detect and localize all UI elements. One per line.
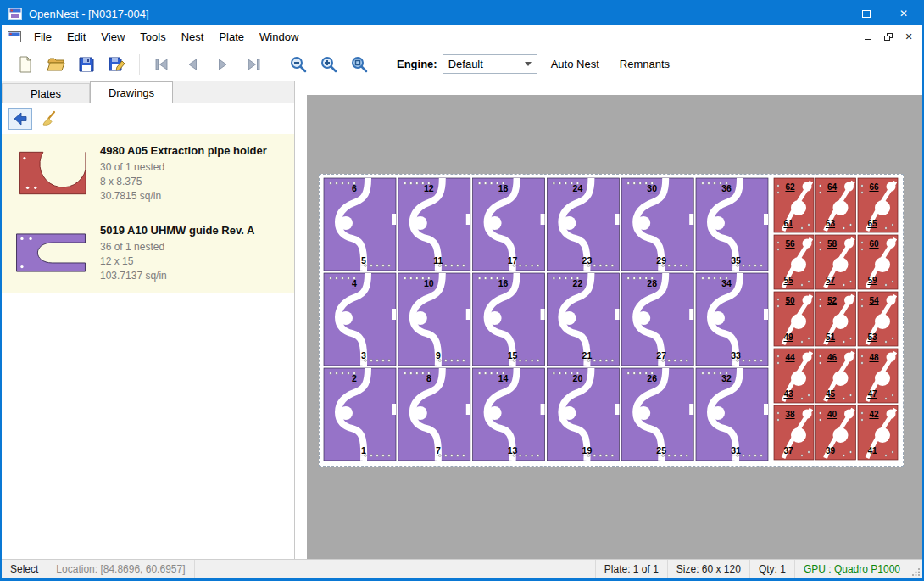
red-part-pair[interactable]: 4039 — [816, 405, 856, 460]
minimize-button[interactable] — [810, 2, 848, 25]
part-number: 56 — [785, 239, 795, 249]
purple-part-pair[interactable]: 1615 — [473, 273, 545, 366]
menu-tools[interactable]: Tools — [132, 27, 173, 47]
purple-part-pair[interactable]: 2019 — [547, 368, 619, 461]
red-part-pair[interactable]: 6059 — [858, 235, 898, 289]
save-as-button[interactable] — [102, 51, 132, 78]
drawing-size: 12 x 15 — [100, 254, 287, 269]
part-number: 61 — [783, 219, 793, 228]
red-part-pair[interactable]: 6665 — [858, 178, 898, 232]
remnants-button[interactable]: Remnants — [613, 53, 676, 75]
red-part-pair[interactable]: 5655 — [774, 235, 814, 289]
previous-plate-button[interactable] — [177, 51, 208, 78]
purple-part-pair[interactable]: 2625 — [621, 368, 693, 461]
purple-part-pair[interactable]: 21 — [324, 368, 396, 461]
new-button[interactable] — [10, 51, 41, 78]
part-number: 21 — [582, 350, 593, 360]
part-number: 47 — [867, 389, 877, 399]
purple-part-pair[interactable]: 2221 — [547, 273, 619, 366]
purple-part-pair[interactable]: 87 — [398, 368, 470, 461]
red-part-pair[interactable]: 6463 — [816, 178, 856, 232]
tab-plates[interactable]: Plates — [2, 83, 90, 103]
red-part-pair[interactable]: 5857 — [816, 235, 856, 289]
engine-dropdown[interactable]: Default — [443, 54, 537, 74]
last-plate-button[interactable] — [238, 51, 269, 78]
first-plate-button[interactable] — [147, 51, 177, 78]
part-number: 30 — [647, 183, 657, 193]
red-part-pair[interactable]: 5453 — [858, 292, 898, 346]
purple-part-pair[interactable]: 2423 — [547, 178, 619, 271]
mdi-restore-icon — [884, 33, 893, 41]
red-part-pair[interactable]: 3837 — [774, 405, 814, 460]
save-as-icon — [108, 55, 126, 74]
toolbar-separator — [276, 54, 276, 75]
purple-part-pair[interactable]: 3231 — [696, 368, 768, 461]
purple-part-pair[interactable]: 43 — [324, 273, 396, 366]
panel-splitter[interactable] — [295, 81, 307, 559]
red-part-pair[interactable]: 5251 — [816, 292, 856, 346]
part-number: 40 — [827, 410, 838, 419]
part-number: 13 — [508, 445, 518, 455]
part-number: 43 — [783, 389, 793, 399]
app-window: OpenNest - [N0317-004] ✕ File Edit View … — [0, 0, 924, 581]
return-part-button[interactable] — [8, 108, 32, 130]
zoom-out-button[interactable] — [283, 51, 314, 78]
purple-part-pair[interactable]: 65 — [324, 178, 396, 271]
part-number: 37 — [783, 446, 793, 455]
part-number: 54 — [869, 296, 879, 305]
drawing-size: 8 x 8.375 — [100, 175, 287, 189]
menu-view[interactable]: View — [93, 27, 132, 47]
menu-plate[interactable]: Plate — [211, 27, 252, 47]
menu-window[interactable]: Window — [252, 27, 306, 47]
part-number: 10 — [424, 278, 434, 288]
part-number: 17 — [508, 255, 518, 265]
auto-nest-button[interactable]: Auto Nest — [544, 53, 606, 75]
part-number: 55 — [783, 276, 793, 285]
red-part-pair[interactable]: 4847 — [858, 349, 898, 403]
save-icon — [77, 55, 96, 74]
save-button[interactable] — [71, 51, 102, 78]
panel-empty-area — [2, 293, 294, 559]
drawing-nested: 36 of 1 nested — [100, 240, 287, 254]
red-part-pair[interactable]: 4443 — [774, 349, 814, 403]
mdi-close-button[interactable]: ✕ — [900, 29, 917, 44]
maximize-button[interactable] — [848, 2, 885, 25]
menu-file[interactable]: File — [26, 27, 59, 47]
purple-part-pair[interactable]: 1211 — [398, 178, 470, 271]
clear-parts-button[interactable] — [37, 108, 61, 130]
purple-part-pair[interactable]: 3433 — [696, 273, 768, 366]
tab-drawings[interactable]: Drawings — [90, 81, 173, 103]
nest-canvas[interactable]: 6512111817242330293635431091615222128273… — [307, 95, 922, 559]
purple-part-pair[interactable]: 1413 — [473, 368, 545, 461]
purple-part-pair[interactable]: 3029 — [621, 178, 693, 271]
red-part-pair[interactable]: 6261 — [774, 178, 814, 232]
menu-edit[interactable]: Edit — [59, 27, 93, 47]
zoom-fit-button[interactable] — [344, 51, 375, 78]
close-button[interactable]: ✕ — [885, 2, 922, 25]
part-number: 57 — [826, 276, 836, 285]
part-number: 45 — [826, 389, 836, 399]
drawing-area: 30.7815 sq/in — [100, 189, 287, 204]
drawing-item-2[interactable]: 5019 A10 UHMW guide Rev. A 36 of 1 neste… — [2, 214, 294, 293]
chevron-down-icon — [525, 62, 532, 66]
purple-part-pair[interactable]: 1817 — [473, 178, 545, 271]
resize-grip-icon[interactable] — [909, 560, 922, 578]
red-part-pair[interactable]: 5049 — [774, 292, 814, 346]
next-plate-button[interactable] — [208, 51, 238, 78]
open-button[interactable] — [41, 51, 71, 78]
drawing-item-1[interactable]: 4980 A05 Extraction pipe holder 30 of 1 … — [2, 134, 294, 214]
purple-part-pair[interactable]: 2827 — [621, 273, 693, 366]
menu-nest[interactable]: Nest — [174, 27, 212, 47]
red-part-pair[interactable]: 4645 — [816, 349, 856, 403]
status-location: Location: [84.8696, 60.6957] — [47, 560, 194, 578]
mdi-minimize-button[interactable] — [860, 29, 877, 44]
part-number: 65 — [867, 219, 877, 228]
mdi-restore-button[interactable] — [880, 29, 897, 44]
purple-part-pair[interactable]: 3635 — [696, 178, 768, 271]
engine-label: Engine: — [397, 58, 437, 70]
part-number: 36 — [721, 183, 732, 193]
red-part-pair[interactable]: 4241 — [858, 405, 898, 460]
part-number: 7 — [436, 445, 441, 455]
zoom-in-button[interactable] — [314, 51, 344, 78]
purple-part-pair[interactable]: 109 — [398, 273, 470, 366]
